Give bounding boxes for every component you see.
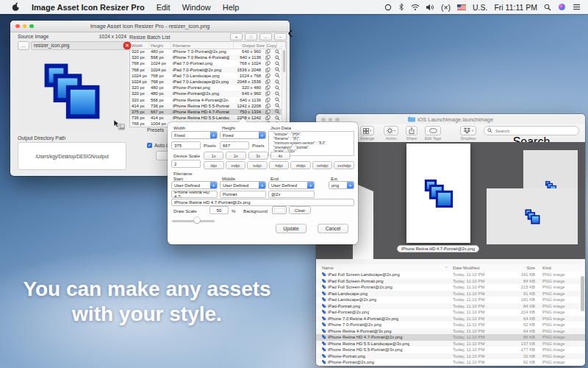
zoom-icon[interactable] <box>273 49 282 54</box>
batch-row[interactable]: 320 px 480 px iPhone 7.0-Portrait@2x.png… <box>130 49 282 54</box>
column-more[interactable]: .. <box>277 42 286 49</box>
wifi-icon[interactable] <box>411 4 420 10</box>
more-options-button[interactable]: ‥ <box>259 33 272 40</box>
end-mode-select[interactable]: User Defined▾ <box>268 181 315 189</box>
share-button[interactable]: Share <box>406 126 417 141</box>
action-button[interactable]: ▾ Action <box>384 126 398 141</box>
file-row[interactable]: iPhone Retina HD 5.5-Portrait@3x.png Tod… <box>316 347 585 353</box>
copy-icon[interactable] <box>262 79 273 85</box>
coverflow-item-right-top[interactable] <box>523 150 578 193</box>
column-width[interactable]: Width <box>130 42 149 49</box>
batch-row[interactable]: 320 px 568 px iPhone Retina 4-Portrait@2… <box>130 97 282 103</box>
height-value-input[interactable]: 667 <box>220 141 249 149</box>
batch-row[interactable]: 768 px 1024 px iPad 7.0-Portrait.png 768… <box>130 60 282 66</box>
batch-row[interactable]: 414 px 736 px iPhone Retina HD 5.5-Portr… <box>130 103 282 109</box>
source-filename-field[interactable]: resizer_icon.png <box>31 41 126 50</box>
siri-icon[interactable] <box>558 3 566 11</box>
status-circle-icon[interactable] <box>384 4 392 11</box>
file-row[interactable]: iPhone 7.0 Retina 4-Portrait@2x.png Toda… <box>316 316 585 322</box>
draw-scale-input[interactable]: 50 <box>209 206 229 214</box>
resizer-titlebar[interactable]: Image Asset Icon Resizer Pro - resizer_i… <box>10 21 290 32</box>
source-preview[interactable] <box>18 51 126 132</box>
scale-button[interactable]: 4x <box>270 152 290 160</box>
batch-row[interactable]: 320 px 568 px iPhone 7.0 Retina 4-Portra… <box>130 54 282 60</box>
batch-row[interactable]: 1024 px 768 px iPad 7.0-Landscape@2x.png… <box>130 79 282 85</box>
scale-button[interactable]: 1x <box>204 152 223 160</box>
file-row[interactable]: iPhone-Portrait@2x.png Today, 11:10 PM 6… <box>316 359 585 366</box>
us-flag-icon[interactable] <box>457 4 466 10</box>
zoom-icon[interactable] <box>273 73 282 79</box>
file-row[interactable]: iPhone 7.0-Portrait@2x.png Today, 11:10 … <box>316 322 585 328</box>
dropbox-button[interactable]: ▾ Dropbox <box>460 126 476 141</box>
background-color-well[interactable] <box>272 206 287 214</box>
zoom-icon[interactable] <box>273 60 282 66</box>
zoom-icon[interactable] <box>273 85 282 91</box>
end-value-input[interactable]: @2x <box>268 191 315 198</box>
spotlight-icon[interactable] <box>544 4 551 11</box>
copy-icon[interactable] <box>262 49 273 54</box>
file-row[interactable]: iPad-Portrait@2x.png Today, 11:10 PM 214… <box>316 309 585 316</box>
batch-scrollbar[interactable] <box>282 49 286 127</box>
ext-select[interactable]: png▾ <box>329 181 354 189</box>
copy-icon[interactable] <box>262 60 273 66</box>
file-row[interactable]: iPad-Landscape@2x.png Today, 11:10 PM 18… <box>316 297 585 303</box>
window-controls[interactable] <box>15 24 34 29</box>
finder-window-controls[interactable] <box>321 118 340 122</box>
file-row[interactable]: iPhone Retina HD 4.7-Portrait@2x.png Tod… <box>316 334 585 341</box>
grid-view-button[interactable]: ∷ <box>245 33 257 40</box>
dpi-button[interactable]: tvdpi <box>247 161 268 169</box>
input-source-icon[interactable]: (×) <box>441 3 451 12</box>
zoom-icon[interactable] <box>273 103 282 109</box>
copy-icon[interactable] <box>262 54 273 60</box>
column-size[interactable]: Size <box>514 266 535 270</box>
dpi-button[interactable]: ldpi <box>204 161 224 169</box>
bluetooth-icon[interactable] <box>398 3 404 11</box>
zoom-icon[interactable] <box>273 97 282 103</box>
full-filename-field[interactable]: iPhone Retina HD 4.7-Portrait@2x.png <box>171 199 354 206</box>
width-mode-select[interactable]: Fixed▾ <box>171 131 218 139</box>
middle-mode-select[interactable]: User Defined▾ <box>220 181 266 189</box>
device-scale-input[interactable]: 2 <box>171 160 201 168</box>
zoom-icon[interactable] <box>273 54 282 60</box>
checked-checkbox-icon[interactable]: ✓ <box>147 143 152 148</box>
file-row[interactable]: iPad-Portrait.png Today, 11:10 PM 84 KB … <box>316 303 585 310</box>
copy-icon[interactable] <box>262 103 273 109</box>
column-name[interactable]: Name <box>322 266 334 270</box>
column-copy[interactable]: Copy <box>267 42 277 49</box>
arrange-button[interactable]: ▾ Arrange <box>360 126 374 141</box>
coverflow-item-selected[interactable] <box>406 144 470 243</box>
copy-icon[interactable] <box>262 73 273 79</box>
scale-button[interactable]: 3x <box>248 152 268 160</box>
dpi-button[interactable]: mdpi <box>226 161 246 169</box>
menu-help[interactable]: Help <box>223 3 240 12</box>
batch-row[interactable]: 736 px 414 px iPhone Retina HD 5.5-Lands… <box>130 115 282 121</box>
copy-icon[interactable] <box>262 115 273 121</box>
app-menu[interactable]: Image Asset Icon Resizer Pro <box>32 3 145 12</box>
file-row[interactable]: iPhone Retina HD 5.5-Landscape@3x.png To… <box>316 341 585 347</box>
file-row[interactable]: iPad-Landscape.png Today, 11:10 PM 61 KB… <box>316 291 585 297</box>
column-filename[interactable]: Filename <box>171 42 234 49</box>
batch-row[interactable]: 375 px 667 px iPhone Retina HD 4.7-Portr… <box>130 109 282 115</box>
batch-row[interactable]: 320 px 480 px iPhone-Portrait@2x.png 640… <box>130 91 282 96</box>
copy-icon[interactable] <box>262 85 273 91</box>
copy-icon[interactable] <box>262 97 273 103</box>
column-kind[interactable]: Kind <box>542 266 551 270</box>
scale-button[interactable]: 2x <box>226 152 245 160</box>
update-button[interactable]: Update <box>276 224 306 233</box>
start-mode-select[interactable]: User Defined▾ <box>171 181 218 189</box>
copy-icon[interactable] <box>262 109 273 115</box>
menu-edit[interactable]: Edit <box>157 3 171 12</box>
search-input[interactable] <box>494 128 576 134</box>
menu-window[interactable]: Window <box>182 3 211 12</box>
batch-row[interactable]: 1024 px 768 px iPad 7.0-Landscape.png 10… <box>130 73 282 79</box>
width-value-input[interactable]: 375 <box>171 141 201 149</box>
zoom-icon[interactable] <box>273 109 282 115</box>
remove-source-icon[interactable]: × <box>123 42 131 49</box>
edit-tags-button[interactable]: Edit Tags <box>425 126 441 141</box>
finder-list-scrollbar[interactable] <box>581 276 584 311</box>
browse-button[interactable]: ... <box>18 41 29 50</box>
menu-clock[interactable]: Fri 11:11 PM <box>494 3 537 12</box>
zoom-icon[interactable] <box>273 115 282 121</box>
search-field[interactable] <box>484 126 579 135</box>
file-row[interactable]: iPad Full Screen-Portrait@2x.png Today, … <box>316 284 585 291</box>
